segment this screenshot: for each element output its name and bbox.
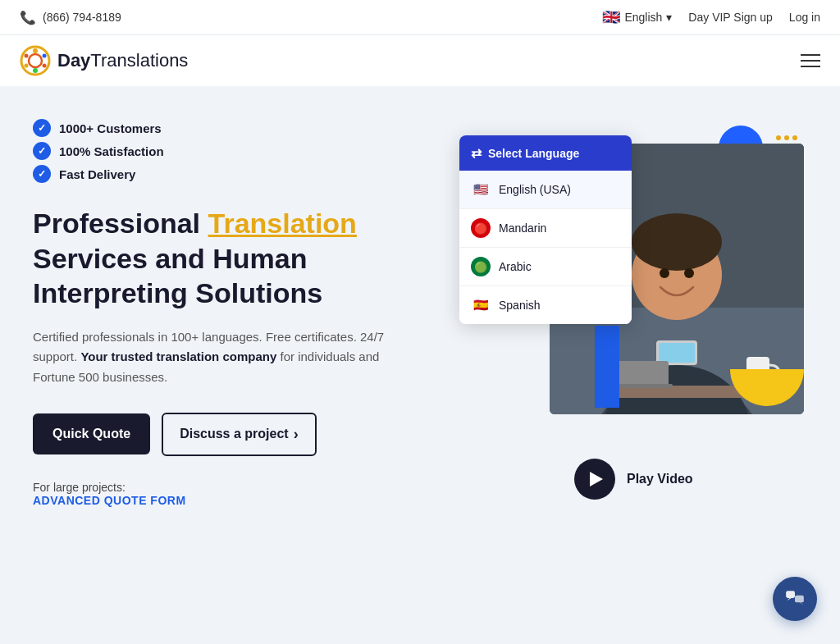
discuss-project-label: Discuss a project [180,427,289,441]
arrow-icon: › [294,426,299,443]
play-video-label: Play Video [627,472,693,486]
logo[interactable]: DayTranslations [20,45,188,76]
svg-point-7 [25,54,29,58]
video-play-area: Play Video [574,459,693,500]
right-section: ⇄ Select Language 🇺🇸 English (USA) 🔴 Man… [443,119,820,587]
left-section: 1000+ Customers 100% Satisfaction Fast D… [33,119,410,587]
svg-rect-22 [786,591,795,598]
cta-buttons: Quick Quote Discuss a project › [33,413,410,456]
translate-icon: ⇄ [471,145,482,161]
advanced-quote-link[interactable]: ADVANCED QUOTE FORM [33,494,186,507]
deco-blue-rect [595,326,619,408]
svg-point-5 [33,68,38,73]
chat-button[interactable] [773,577,817,621]
subtext: Certified professionals in 100+ language… [33,327,386,388]
flag-icon: 🇬🇧 [602,8,620,26]
lang-option-spanish[interactable]: 🇪🇸 Spanish [459,286,632,324]
lang-label-mandarin: Mandarin [499,222,546,235]
headline-after: Services and Human Interpreting Solution… [33,243,322,309]
lang-label-arabic: Arabic [499,260,532,273]
svg-rect-23 [795,596,804,603]
flag-mandarin: 🔴 [471,218,491,238]
large-project-section: For large projects: ADVANCED QUOTE FORM [33,481,410,507]
logo-text: DayTranslations [57,50,188,71]
lang-label-english: English (USA) [499,183,571,196]
svg-point-2 [33,48,38,53]
badge-satisfaction: 100% Satisfaction [33,142,410,160]
svg-marker-25 [799,602,803,605]
check-icon-1 [33,119,51,137]
svg-point-13 [632,213,722,271]
play-video-button[interactable] [574,459,615,500]
svg-rect-20 [611,361,669,386]
quick-quote-button[interactable]: Quick Quote [33,413,150,454]
language-selector[interactable]: 🇬🇧 English ▾ [602,8,672,26]
main-content: 1000+ Customers 100% Satisfaction Fast D… [0,86,840,611]
phone-area: 📞 (866) 794-8189 [20,10,121,25]
lang-option-english[interactable]: 🇺🇸 English (USA) [459,171,632,209]
flag-spanish: 🇪🇸 [471,295,491,315]
svg-marker-24 [787,598,791,601]
headline-before: Professional [33,208,208,239]
svg-point-4 [43,64,47,68]
hamburger-menu[interactable] [801,54,820,67]
lang-label-spanish: Spanish [499,299,541,312]
svg-point-1 [29,54,42,67]
badge-customers: 1000+ Customers [33,119,410,137]
svg-point-15 [684,268,694,278]
vip-signup-link[interactable]: Day VIP Sign up [688,11,772,24]
top-bar-right: 🇬🇧 English ▾ Day VIP Sign up Log in [602,8,820,26]
phone-icon: 📞 [20,10,36,25]
nav-bar: DayTranslations [0,35,840,86]
svg-point-14 [660,268,669,278]
badge-delivery: Fast Delivery [33,165,410,183]
large-project-label: For large projects: [33,481,126,494]
phone-number: (866) 794-8189 [43,11,121,24]
chat-icon [784,588,806,610]
flag-arabic: 🟢 [471,257,491,276]
lang-dropdown-header: ⇄ Select Language [459,135,632,171]
logo-icon [20,45,51,76]
chevron-down-icon: ▾ [666,11,672,24]
lang-option-mandarin[interactable]: 🔴 Mandarin [459,209,632,248]
language-label: English [624,11,662,24]
discuss-project-button[interactable]: Discuss a project › [162,413,317,456]
subtext-bold: Your trusted translation company [80,349,276,363]
hero-image-area: ⇄ Select Language 🇺🇸 English (USA) 🔴 Man… [451,119,812,447]
headline: Professional Translation Services and Hu… [33,206,410,311]
flag-usa: 🇺🇸 [471,180,491,199]
lang-option-arabic[interactable]: 🟢 Arabic [459,248,632,286]
svg-rect-17 [659,343,695,363]
top-bar: 📞 (866) 794-8189 🇬🇧 English ▾ Day VIP Si… [0,0,840,35]
badges-list: 1000+ Customers 100% Satisfaction Fast D… [33,119,410,183]
check-icon-2 [33,142,51,160]
login-link[interactable]: Log in [789,11,820,24]
lang-dropdown-title: Select Language [488,147,579,160]
svg-point-3 [43,54,47,58]
check-icon-3 [33,165,51,183]
headline-highlight: Translation [208,208,357,239]
svg-point-6 [25,64,29,68]
language-dropdown: ⇄ Select Language 🇺🇸 English (USA) 🔴 Man… [459,135,632,324]
